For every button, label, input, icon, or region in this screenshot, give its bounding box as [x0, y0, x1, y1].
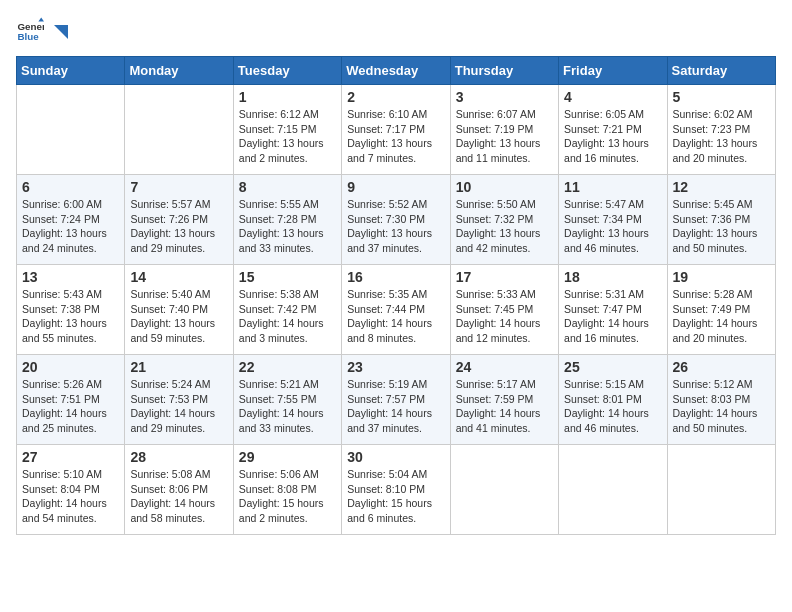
calendar-cell: 15Sunrise: 5:38 AM Sunset: 7:42 PM Dayli…: [233, 265, 341, 355]
calendar-cell: 14Sunrise: 5:40 AM Sunset: 7:40 PM Dayli…: [125, 265, 233, 355]
calendar-cell: 11Sunrise: 5:47 AM Sunset: 7:34 PM Dayli…: [559, 175, 667, 265]
day-info: Sunrise: 5:15 AM Sunset: 8:01 PM Dayligh…: [564, 377, 661, 436]
day-info: Sunrise: 5:55 AM Sunset: 7:28 PM Dayligh…: [239, 197, 336, 256]
calendar-cell: 25Sunrise: 5:15 AM Sunset: 8:01 PM Dayli…: [559, 355, 667, 445]
calendar-cell: 16Sunrise: 5:35 AM Sunset: 7:44 PM Dayli…: [342, 265, 450, 355]
day-number: 17: [456, 269, 553, 285]
day-info: Sunrise: 5:04 AM Sunset: 8:10 PM Dayligh…: [347, 467, 444, 526]
page-header: General Blue: [16, 16, 776, 44]
calendar-cell: 1Sunrise: 6:12 AM Sunset: 7:15 PM Daylig…: [233, 85, 341, 175]
day-number: 6: [22, 179, 119, 195]
calendar-cell: 21Sunrise: 5:24 AM Sunset: 7:53 PM Dayli…: [125, 355, 233, 445]
calendar-cell: 26Sunrise: 5:12 AM Sunset: 8:03 PM Dayli…: [667, 355, 775, 445]
day-info: Sunrise: 6:02 AM Sunset: 7:23 PM Dayligh…: [673, 107, 770, 166]
day-number: 14: [130, 269, 227, 285]
day-number: 29: [239, 449, 336, 465]
day-number: 5: [673, 89, 770, 105]
calendar-cell: 24Sunrise: 5:17 AM Sunset: 7:59 PM Dayli…: [450, 355, 558, 445]
col-header-tuesday: Tuesday: [233, 57, 341, 85]
logo: General Blue: [16, 16, 70, 44]
day-number: 22: [239, 359, 336, 375]
calendar-cell: 17Sunrise: 5:33 AM Sunset: 7:45 PM Dayli…: [450, 265, 558, 355]
calendar-cell: [17, 85, 125, 175]
day-number: 2: [347, 89, 444, 105]
day-number: 10: [456, 179, 553, 195]
col-header-thursday: Thursday: [450, 57, 558, 85]
col-header-wednesday: Wednesday: [342, 57, 450, 85]
calendar-cell: [667, 445, 775, 535]
day-info: Sunrise: 5:43 AM Sunset: 7:38 PM Dayligh…: [22, 287, 119, 346]
calendar-cell: [125, 85, 233, 175]
calendar-cell: 12Sunrise: 5:45 AM Sunset: 7:36 PM Dayli…: [667, 175, 775, 265]
calendar-cell: 7Sunrise: 5:57 AM Sunset: 7:26 PM Daylig…: [125, 175, 233, 265]
day-number: 13: [22, 269, 119, 285]
week-row-5: 27Sunrise: 5:10 AM Sunset: 8:04 PM Dayli…: [17, 445, 776, 535]
day-info: Sunrise: 5:21 AM Sunset: 7:55 PM Dayligh…: [239, 377, 336, 436]
day-number: 27: [22, 449, 119, 465]
calendar-cell: 30Sunrise: 5:04 AM Sunset: 8:10 PM Dayli…: [342, 445, 450, 535]
calendar-cell: [450, 445, 558, 535]
day-info: Sunrise: 5:28 AM Sunset: 7:49 PM Dayligh…: [673, 287, 770, 346]
day-info: Sunrise: 5:45 AM Sunset: 7:36 PM Dayligh…: [673, 197, 770, 256]
calendar-cell: 2Sunrise: 6:10 AM Sunset: 7:17 PM Daylig…: [342, 85, 450, 175]
day-info: Sunrise: 5:47 AM Sunset: 7:34 PM Dayligh…: [564, 197, 661, 256]
day-number: 18: [564, 269, 661, 285]
col-header-friday: Friday: [559, 57, 667, 85]
week-row-1: 1Sunrise: 6:12 AM Sunset: 7:15 PM Daylig…: [17, 85, 776, 175]
col-header-saturday: Saturday: [667, 57, 775, 85]
day-number: 26: [673, 359, 770, 375]
calendar-cell: 4Sunrise: 6:05 AM Sunset: 7:21 PM Daylig…: [559, 85, 667, 175]
day-info: Sunrise: 5:26 AM Sunset: 7:51 PM Dayligh…: [22, 377, 119, 436]
day-number: 1: [239, 89, 336, 105]
day-info: Sunrise: 5:40 AM Sunset: 7:40 PM Dayligh…: [130, 287, 227, 346]
day-number: 12: [673, 179, 770, 195]
day-number: 9: [347, 179, 444, 195]
week-row-3: 13Sunrise: 5:43 AM Sunset: 7:38 PM Dayli…: [17, 265, 776, 355]
day-info: Sunrise: 6:12 AM Sunset: 7:15 PM Dayligh…: [239, 107, 336, 166]
header-row: SundayMondayTuesdayWednesdayThursdayFrid…: [17, 57, 776, 85]
day-number: 28: [130, 449, 227, 465]
svg-marker-2: [38, 17, 44, 21]
day-info: Sunrise: 6:07 AM Sunset: 7:19 PM Dayligh…: [456, 107, 553, 166]
logo-triangle-icon: [48, 21, 70, 43]
day-info: Sunrise: 5:50 AM Sunset: 7:32 PM Dayligh…: [456, 197, 553, 256]
day-number: 21: [130, 359, 227, 375]
day-number: 15: [239, 269, 336, 285]
calendar-cell: 13Sunrise: 5:43 AM Sunset: 7:38 PM Dayli…: [17, 265, 125, 355]
calendar-cell: 27Sunrise: 5:10 AM Sunset: 8:04 PM Dayli…: [17, 445, 125, 535]
calendar-cell: 28Sunrise: 5:08 AM Sunset: 8:06 PM Dayli…: [125, 445, 233, 535]
svg-marker-3: [54, 25, 68, 39]
calendar-cell: 20Sunrise: 5:26 AM Sunset: 7:51 PM Dayli…: [17, 355, 125, 445]
day-info: Sunrise: 5:33 AM Sunset: 7:45 PM Dayligh…: [456, 287, 553, 346]
day-number: 19: [673, 269, 770, 285]
day-number: 25: [564, 359, 661, 375]
calendar-cell: 19Sunrise: 5:28 AM Sunset: 7:49 PM Dayli…: [667, 265, 775, 355]
day-number: 8: [239, 179, 336, 195]
day-info: Sunrise: 5:17 AM Sunset: 7:59 PM Dayligh…: [456, 377, 553, 436]
day-info: Sunrise: 5:24 AM Sunset: 7:53 PM Dayligh…: [130, 377, 227, 436]
day-info: Sunrise: 6:10 AM Sunset: 7:17 PM Dayligh…: [347, 107, 444, 166]
calendar-cell: 29Sunrise: 5:06 AM Sunset: 8:08 PM Dayli…: [233, 445, 341, 535]
day-info: Sunrise: 6:00 AM Sunset: 7:24 PM Dayligh…: [22, 197, 119, 256]
week-row-2: 6Sunrise: 6:00 AM Sunset: 7:24 PM Daylig…: [17, 175, 776, 265]
day-number: 4: [564, 89, 661, 105]
day-info: Sunrise: 5:19 AM Sunset: 7:57 PM Dayligh…: [347, 377, 444, 436]
day-info: Sunrise: 5:31 AM Sunset: 7:47 PM Dayligh…: [564, 287, 661, 346]
day-number: 7: [130, 179, 227, 195]
day-number: 20: [22, 359, 119, 375]
day-info: Sunrise: 5:38 AM Sunset: 7:42 PM Dayligh…: [239, 287, 336, 346]
week-row-4: 20Sunrise: 5:26 AM Sunset: 7:51 PM Dayli…: [17, 355, 776, 445]
calendar-cell: 8Sunrise: 5:55 AM Sunset: 7:28 PM Daylig…: [233, 175, 341, 265]
svg-text:Blue: Blue: [17, 31, 39, 42]
day-number: 23: [347, 359, 444, 375]
day-number: 24: [456, 359, 553, 375]
calendar-cell: 23Sunrise: 5:19 AM Sunset: 7:57 PM Dayli…: [342, 355, 450, 445]
calendar-cell: 22Sunrise: 5:21 AM Sunset: 7:55 PM Dayli…: [233, 355, 341, 445]
calendar-cell: [559, 445, 667, 535]
day-info: Sunrise: 5:06 AM Sunset: 8:08 PM Dayligh…: [239, 467, 336, 526]
day-info: Sunrise: 5:52 AM Sunset: 7:30 PM Dayligh…: [347, 197, 444, 256]
col-header-sunday: Sunday: [17, 57, 125, 85]
day-number: 3: [456, 89, 553, 105]
calendar-cell: 10Sunrise: 5:50 AM Sunset: 7:32 PM Dayli…: [450, 175, 558, 265]
day-info: Sunrise: 5:10 AM Sunset: 8:04 PM Dayligh…: [22, 467, 119, 526]
